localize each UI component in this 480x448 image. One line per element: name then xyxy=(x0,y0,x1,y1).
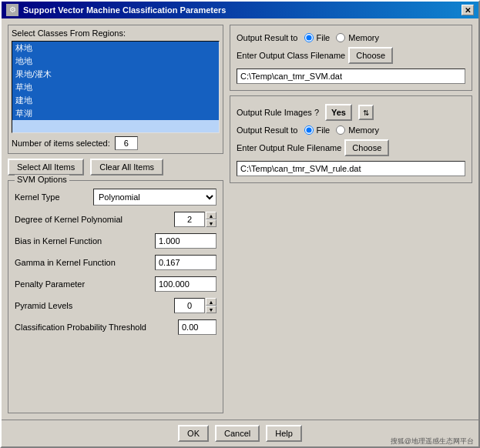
kernel-type-label: Kernel Type xyxy=(15,192,93,202)
enter-rule-filename-row: Enter Output Rule Filename Choose xyxy=(237,139,465,156)
memory-radio[interactable] xyxy=(336,33,345,42)
rule-memory-radio[interactable] xyxy=(336,125,345,135)
enter-rule-filename-label: Enter Output Rule Filename xyxy=(237,143,341,152)
memory-radio-label: Memory xyxy=(348,33,379,42)
enter-class-filename-row: Enter Output Class Filename Choose xyxy=(237,47,465,64)
degree-up-button[interactable]: ▲ xyxy=(206,212,217,219)
output-rule-images-label: Output Rule Images ? xyxy=(237,108,319,117)
select-all-button[interactable]: Select All Items xyxy=(8,159,84,176)
pyramid-up-button[interactable]: ▲ xyxy=(206,298,217,306)
penalty-input[interactable] xyxy=(155,276,217,292)
output-result-label: Output Result to xyxy=(237,33,298,42)
gamma-input[interactable] xyxy=(155,255,217,270)
yes-button[interactable]: Yes xyxy=(325,104,352,121)
select-clear-buttons: Select All Items Clear All Items xyxy=(8,159,223,176)
degree-label: Degree of Kernel Polynomial xyxy=(15,215,174,224)
list-item[interactable]: 果地/灌木 xyxy=(12,68,219,81)
ok-button[interactable]: OK xyxy=(178,425,209,442)
left-panel: Select Classes From Regions: 林地 地地 果地/灌木… xyxy=(8,25,223,413)
kernel-type-row: Kernel Type Linear Polynomial RBF Sigmoi… xyxy=(15,189,217,206)
pyramid-label: Pyramid Levels xyxy=(15,301,174,310)
bottom-bar: OK Cancel Help 搜狐@地理遥感生态网平台 xyxy=(2,420,478,446)
file-radio[interactable] xyxy=(304,33,314,42)
kernel-type-select[interactable]: Linear Polynomial RBF Sigmoid xyxy=(93,189,217,206)
degree-input[interactable] xyxy=(174,212,205,227)
degree-down-button[interactable]: ▼ xyxy=(206,219,217,227)
clear-all-button[interactable]: Clear All Items xyxy=(90,159,163,176)
rule-file-radio-label: File xyxy=(317,125,331,135)
rule-path-input[interactable] xyxy=(237,161,465,176)
output-rule-result-label: Output Result to xyxy=(237,125,298,135)
gamma-row: Gamma in Kernel Function xyxy=(15,255,217,270)
threshold-label: Classification Probability Threshold xyxy=(15,323,178,332)
bias-label: Bias in Kernel Function xyxy=(15,236,155,246)
pyramid-row: Pyramid Levels ▲ ▼ xyxy=(15,298,217,313)
main-window: ⚙ Support Vector Machine Classification … xyxy=(0,0,480,448)
window-icon: ⚙ xyxy=(6,4,18,16)
svm-options-label: SVM Options xyxy=(15,175,69,184)
memory-radio-group[interactable]: Memory xyxy=(336,33,379,42)
cancel-button[interactable]: Cancel xyxy=(215,425,260,442)
list-item[interactable]: 地地 xyxy=(12,55,219,68)
list-item[interactable]: 建地 xyxy=(12,94,219,107)
bias-row: Bias in Kernel Function xyxy=(15,233,217,249)
output-rule-group: Output Rule Images ? Yes ⇅ Output Result… xyxy=(230,95,472,183)
bias-input[interactable] xyxy=(155,233,217,249)
watermark: 搜狐@地理遥感生态网平台 xyxy=(391,436,474,446)
svm-options-group: SVM Options Kernel Type Linear Polynomia… xyxy=(8,180,223,413)
output-rule-images-row: Output Rule Images ? Yes ⇅ xyxy=(237,104,465,121)
rule-file-radio[interactable] xyxy=(304,125,314,135)
num-items-input[interactable] xyxy=(115,136,138,150)
num-items-label: Number of items selected: xyxy=(12,139,110,148)
pyramid-input[interactable] xyxy=(174,298,205,313)
right-panel: Output Result to File Memory Enter Outpu… xyxy=(230,25,472,413)
title-bar: ⚙ Support Vector Machine Classification … xyxy=(2,2,478,18)
rule-memory-radio-group[interactable]: Memory xyxy=(336,125,379,135)
list-item[interactable]: 草湖 xyxy=(12,107,219,120)
help-button[interactable]: Help xyxy=(266,425,302,442)
enter-class-filename-label: Enter Output Class Filename xyxy=(237,51,345,60)
rule-file-radio-group[interactable]: File xyxy=(304,125,331,135)
threshold-input[interactable] xyxy=(178,319,217,335)
pyramid-down-button[interactable]: ▼ xyxy=(206,306,217,313)
select-classes-label: Select Classes From Regions: xyxy=(12,28,220,38)
file-radio-label: File xyxy=(317,33,331,42)
penalty-label: Penalty Parameter xyxy=(15,279,155,289)
close-button[interactable]: ✕ xyxy=(462,5,474,15)
output-file-group: Output Result to File Memory Enter Outpu… xyxy=(230,25,472,91)
penalty-row: Penalty Parameter xyxy=(15,276,217,292)
window-title: Support Vector Machine Classification Pa… xyxy=(23,5,226,15)
degree-row: Degree of Kernel Polynomial ▲ ▼ xyxy=(15,212,217,227)
threshold-row: Classification Probability Threshold xyxy=(15,319,217,335)
class-path-input[interactable] xyxy=(237,69,465,84)
classes-listbox[interactable]: 林地 地地 果地/灌木 草地 建地 草湖 xyxy=(12,41,220,133)
choose-class-button[interactable]: Choose xyxy=(348,47,393,64)
list-item[interactable]: 草地 xyxy=(12,81,219,94)
sort-icon[interactable]: ⇅ xyxy=(358,105,374,120)
rule-memory-radio-label: Memory xyxy=(348,125,379,135)
choose-rule-button[interactable]: Choose xyxy=(344,139,389,156)
gamma-label: Gamma in Kernel Function xyxy=(15,258,155,267)
select-classes-box: Select Classes From Regions: 林地 地地 果地/灌木… xyxy=(8,25,223,154)
list-item[interactable]: 林地 xyxy=(12,42,219,55)
file-radio-group[interactable]: File xyxy=(304,33,331,42)
output-result-row: Output Result to File Memory xyxy=(237,33,465,42)
output-rule-result-row: Output Result to File Memory xyxy=(237,125,465,135)
